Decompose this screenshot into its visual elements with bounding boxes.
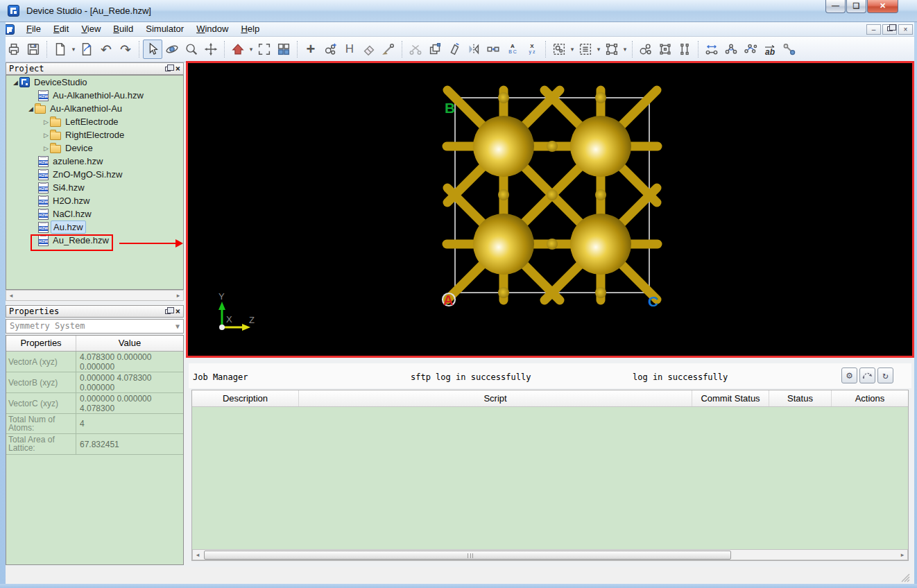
close-panel-icon[interactable]: × (175, 64, 180, 73)
menu-simulator[interactable]: Simulator (139, 22, 190, 36)
add-fragment-icon[interactable] (320, 40, 340, 59)
au-atom[interactable] (473, 214, 534, 275)
cell-tool-caret-icon[interactable]: ▾ (622, 46, 628, 53)
float-panel-icon[interactable] (165, 67, 171, 71)
menu-view[interactable]: View (75, 22, 107, 36)
export-icon[interactable] (77, 40, 96, 59)
cell-tool-icon[interactable] (602, 40, 622, 59)
select-region-icon[interactable] (549, 40, 569, 59)
tree-item-file[interactable]: HZW Si4.hzw (6, 181, 183, 194)
menu-file[interactable]: File (20, 22, 47, 36)
scroll-right-icon[interactable]: ▸ (898, 551, 907, 558)
menu-build[interactable]: Build (107, 22, 139, 36)
column-description[interactable]: Description (192, 390, 299, 406)
copy-structure-icon[interactable] (425, 40, 445, 59)
scroll-left-icon[interactable]: ◂ (193, 551, 203, 558)
home-view-icon[interactable] (228, 40, 248, 59)
new-file-icon[interactable] (51, 40, 70, 59)
close-button[interactable]: ✕ (867, 0, 898, 13)
minimize-button[interactable]: — (825, 0, 846, 13)
menu-help[interactable]: Help (234, 22, 266, 36)
home-view-caret-icon[interactable]: ▾ (248, 46, 255, 53)
mdi-restore-button[interactable] (882, 24, 897, 35)
expander-closed-icon[interactable]: ▷ (42, 119, 50, 126)
swap-abc-icon[interactable]: AB C (503, 40, 522, 59)
mdi-minimize-button[interactable]: – (866, 24, 881, 35)
supercell-icon[interactable] (655, 40, 675, 59)
column-actions[interactable]: Actions (832, 390, 908, 406)
tree-item-file[interactable]: HZW H2O.hzw (6, 194, 183, 207)
au-atom[interactable] (473, 116, 534, 177)
au-atom[interactable] (570, 214, 631, 275)
tree-item-folder[interactable]: ▷ RightElectrode (6, 128, 183, 141)
tree-item-file-selected[interactable]: HZW Au.hzw (6, 220, 183, 234)
column-commit-status[interactable]: Commit Status (692, 390, 769, 406)
reflect-icon[interactable] (464, 40, 483, 59)
expander-closed-icon[interactable]: ▷ (42, 132, 50, 139)
add-atom-icon[interactable]: + (301, 40, 320, 59)
cluster-icon[interactable] (636, 40, 655, 59)
zoom-tool-icon[interactable] (182, 40, 201, 59)
job-refresh-button[interactable]: ↻ (877, 368, 893, 383)
maximize-button[interactable]: ❑ (846, 0, 866, 13)
align-icon[interactable] (576, 40, 595, 59)
expander-open-icon[interactable]: ◢ (27, 105, 35, 112)
measure-dihedral-icon[interactable] (741, 40, 760, 59)
rotate-tool-icon[interactable] (162, 40, 182, 59)
tree-item-file[interactable]: HZW ZnO-MgO-Si.hzw (6, 168, 183, 181)
transform-structure-icon[interactable] (483, 40, 503, 59)
tree-item-folder[interactable]: ▷ Device (6, 141, 183, 155)
expander-open-icon[interactable]: ◢ (12, 79, 19, 86)
tree-item-file[interactable]: HZW Au-Alkanethiol-Au.hzw (6, 89, 183, 102)
draw-bond-icon[interactable] (379, 40, 398, 59)
measure-angle-icon[interactable] (721, 40, 741, 59)
eraser-icon[interactable] (359, 40, 379, 59)
close-panel-icon[interactable]: × (175, 307, 180, 315)
mirror-build-icon[interactable] (445, 40, 464, 59)
scroll-right-icon[interactable]: ▸ (173, 292, 183, 299)
undo-icon[interactable]: ↶ (96, 40, 116, 59)
au-atom[interactable] (570, 116, 631, 177)
job-table: Description Script Commit Status Status … (191, 390, 909, 561)
tree-item-folder[interactable]: ◢ Au-Alkanethiol-Au (6, 102, 183, 115)
pan-tool-icon[interactable] (201, 40, 221, 59)
print-icon[interactable] (4, 40, 24, 59)
resize-grip-icon[interactable] (901, 573, 910, 582)
hzw-file-icon: HZW (38, 182, 49, 193)
measure-distance-icon[interactable] (702, 40, 721, 59)
project-tree-hscrollbar[interactable]: ◂ ▸ (6, 290, 184, 301)
structure-viewport[interactable]: B A C Y X Z (186, 61, 914, 358)
tree-item-file[interactable]: HZW azulene.hzw (6, 155, 183, 168)
select-tool-icon[interactable] (143, 40, 162, 59)
menu-edit[interactable]: Edit (47, 22, 75, 36)
tree-item-devicestudio[interactable]: ◢ DeviceStudio (6, 76, 183, 89)
save-icon[interactable] (24, 40, 43, 59)
fit-view-icon[interactable] (255, 40, 274, 59)
label-ab-icon[interactable]: ab (760, 40, 780, 59)
new-file-caret-icon[interactable]: ▾ (70, 46, 77, 53)
swap-xyz-icon[interactable]: Xy z (522, 40, 542, 59)
scrollbar-thumb[interactable] (204, 551, 731, 560)
float-panel-icon[interactable] (165, 309, 171, 314)
mdi-close-button[interactable]: × (898, 24, 913, 35)
align-caret-icon[interactable]: ▾ (595, 46, 602, 53)
break-bond-icon[interactable] (406, 40, 425, 59)
redo-icon[interactable]: ↷ (116, 40, 135, 59)
add-hydrogen-icon[interactable]: H (340, 40, 359, 59)
column-status[interactable]: Status (769, 390, 832, 406)
job-transfer-button[interactable] (859, 368, 875, 383)
column-script[interactable]: Script (299, 390, 692, 406)
menu-window[interactable]: Window (190, 22, 234, 36)
select-region-caret-icon[interactable]: ▾ (569, 46, 576, 53)
tree-item-folder[interactable]: ▷ LeftElectrode (6, 115, 183, 128)
lattice-icon[interactable] (675, 40, 694, 59)
expander-closed-icon[interactable]: ▷ (42, 145, 50, 152)
table-row: VectorB (xyz) 0.000000 4.078300 0.000000 (6, 372, 183, 393)
tree-item-file[interactable]: HZW NaCl.hzw (6, 207, 183, 220)
tile-windows-icon[interactable] (274, 40, 293, 59)
symmetry-system-dropdown[interactable]: Symmetry System ▼ (6, 319, 184, 334)
bond-order-icon[interactable] (780, 40, 799, 59)
job-table-hscrollbar[interactable]: ◂ ▸ (192, 549, 908, 560)
job-settings-button[interactable]: ⚙ (841, 368, 857, 383)
scroll-left-icon[interactable]: ◂ (6, 292, 16, 299)
